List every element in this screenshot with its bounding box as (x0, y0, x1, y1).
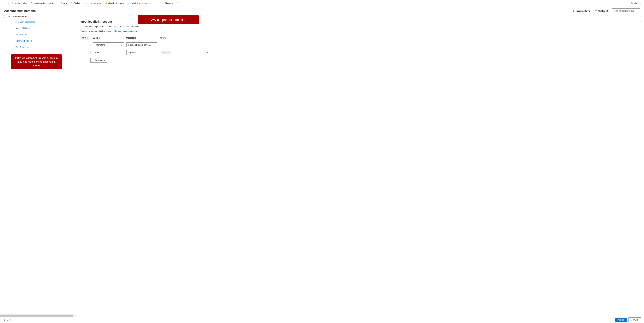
hierarchy-icon[interactable]: ⚞ (8, 15, 10, 18)
sort-indicator: ↑ (28, 15, 29, 18)
table-row[interactable]: A. Datum Corporation (0, 19, 76, 25)
chevron-down-icon: ⌄ (30, 16, 31, 18)
back-button[interactable]: ← (1, 1, 7, 5)
account-link[interactable]: Alpine Ski House (16, 27, 31, 29)
filter-tree: Proprietario Uguale all'utente corren...… (83, 42, 641, 63)
row-more-button[interactable]: ⋯ (160, 44, 162, 46)
reset-label: Reimposta impostazione predefinita (84, 25, 116, 28)
annotation-callout-left: Il filtro visualizza tutti i record di a… (11, 54, 62, 64)
chart-icon: ▥ (11, 2, 14, 4)
annotation-callout-top: Avvia il pannello dei filtri (138, 15, 199, 24)
row-more-button[interactable]: ⋯ (206, 51, 209, 54)
field-select[interactable]: Proprietario (93, 42, 124, 47)
account-link[interactable]: A. Datum Corporation (16, 21, 35, 23)
col-campo-header: Campo (93, 37, 124, 39)
info-icon[interactable]: i (140, 30, 142, 32)
email-link-button[interactable]: ✉ Invia link tramite mess... (126, 1, 153, 5)
value-select[interactable]: Attiva ✕ (160, 50, 204, 55)
share-button[interactable]: Condividi ⌄ (630, 1, 643, 5)
trash-icon: 🗑 (70, 2, 72, 4)
table-row[interactable]: Alpine Ski House (0, 25, 76, 31)
add-filter-button[interactable]: ＋ Aggiungi (90, 58, 107, 63)
visualize-view-label: Visualize this view (108, 2, 124, 4)
callout-text: Il filtro visualizza tutti i record di a… (14, 57, 58, 64)
grid-header: ⚞ Nome account ↑ ⌄ (0, 15, 644, 19)
download-label: Scarica FetchXML (122, 25, 139, 28)
view-selector[interactable]: Account attivi personali ⌄ (4, 9, 40, 12)
separator (8, 2, 9, 5)
plus-icon: ＋ (58, 2, 60, 4)
col-operatore-header: Operatore (126, 37, 157, 39)
table-row[interactable]: Trey Research (0, 44, 76, 50)
filter-icon: ▽ (595, 10, 597, 12)
flow-button[interactable]: ⚭ Flusso ⌄ (160, 1, 174, 5)
account-link[interactable]: Fabrikam, Inc. (16, 33, 28, 36)
visualization-button[interactable]: ☰ Visualizzazione con st... (29, 1, 56, 5)
callout-text: Avvia il pannello dei filtri (151, 18, 186, 22)
plus-icon: ＋ (92, 59, 94, 61)
new-button[interactable]: ＋ Nuovo (56, 1, 68, 5)
download-fetchxml-button[interactable]: ⬇ Scarica FetchXML (119, 25, 139, 28)
new-label: Nuovo (61, 2, 67, 4)
chevron-down-icon: ⌄ (38, 10, 40, 12)
column-name-header[interactable]: Nome account ↑ ⌄ (13, 15, 31, 18)
flow-label: Flusso (165, 2, 171, 4)
delete-label: Elimina (74, 2, 80, 4)
account-link[interactable]: Northwind Traders (16, 40, 32, 42)
refresh-icon: ⟳ (90, 2, 93, 4)
overflow-button[interactable]: ⋮ (175, 1, 180, 5)
edit-columns-label: Modifica colonne (576, 10, 590, 12)
panel-actions: ▽ Reimposta impostazione predefinita ⬇ S… (80, 25, 641, 28)
powerbi-icon (105, 2, 107, 4)
row-checkbox[interactable] (88, 51, 90, 54)
list-icon: ☰ (30, 2, 33, 4)
show-chart-button[interactable]: ▥ Mostra grafico (10, 1, 28, 5)
content-area: A. Datum Corporation Alpine Ski House Fa… (0, 19, 644, 64)
columns-icon: ▦ (572, 10, 574, 12)
refresh-button[interactable]: ⟳ Aggiorna (89, 1, 103, 5)
field-select[interactable]: Stato (93, 50, 124, 55)
visualization-label: Visualizzazione con st... (34, 2, 54, 4)
col-valore-header: Valore (160, 37, 204, 39)
visualize-view-button[interactable]: Visualize this view (103, 1, 125, 5)
filter-row: Proprietario Uguale all'utente corren...… (88, 42, 641, 47)
operator-select[interactable]: Uguale a (126, 50, 157, 55)
select-all-checkbox[interactable] (3, 15, 5, 18)
refresh-label: Aggiorna (94, 2, 101, 4)
keyword-filter-input[interactable] (612, 8, 640, 13)
account-link[interactable]: Trey Research (16, 46, 29, 48)
download-icon: ⬇ (119, 25, 122, 28)
live-data-row: Visualizzazione dei dati live in corso C… (80, 30, 641, 32)
delete-button[interactable]: 🗑 Elimina (69, 1, 82, 5)
table-row[interactable]: Fabrikam, Inc. (0, 31, 76, 38)
grid-rows: A. Datum Corporation Alpine Ski House Fa… (0, 19, 76, 64)
email-link-label: Invia link tramite mess... (130, 2, 152, 4)
show-chart-label: Mostra grafico (14, 2, 27, 4)
table-row[interactable]: Northwind Traders (0, 38, 76, 44)
reset-filters-button[interactable]: ▽ Reimposta impostazione predefinita (80, 25, 116, 28)
filter-reset-icon: ▽ (80, 25, 83, 28)
separator (154, 2, 154, 5)
live-data-text: Visualizzazione dei dati live in corso (80, 30, 113, 32)
filter-row: Stato Uguale a Attiva ✕ ⋯ (88, 50, 641, 55)
mail-icon: ✉ (127, 2, 130, 4)
delete-split-button[interactable]: ⌄ (84, 1, 88, 5)
switch-data-link[interactable]: Cambia nei dati conservati (114, 30, 138, 32)
command-bar: ← ▥ Mostra grafico ☰ Visualizzazione con… (0, 0, 644, 6)
email-split-button[interactable]: ⌄ (156, 1, 160, 5)
row-checkbox[interactable] (88, 44, 90, 46)
flow-icon: ⚭ (162, 2, 164, 4)
edit-columns-button[interactable]: ▦ Modifica colonne (571, 9, 592, 13)
remove-tag-button[interactable]: ✕ (168, 51, 170, 54)
group-operator-button[interactable]: AND ⌄ (80, 36, 90, 40)
filter-panel: Modifica filtri: Account ✕ ▽ Reimposta i… (76, 19, 644, 64)
operator-select[interactable]: Uguale all'utente corren... (126, 42, 157, 47)
close-panel-button[interactable]: ✕ (640, 20, 642, 23)
view-name: Account attivi personali (4, 9, 37, 12)
value-tag: Attiva ✕ (162, 51, 170, 54)
separator (82, 2, 83, 5)
edit-filters-label: Modifica filtri (598, 10, 609, 12)
share-label: Condividi (631, 2, 639, 4)
filter-builder-header: AND ⌄ Campo Operatore Valore (80, 36, 641, 40)
edit-filters-button[interactable]: ▽ Modifica filtri (593, 9, 610, 13)
